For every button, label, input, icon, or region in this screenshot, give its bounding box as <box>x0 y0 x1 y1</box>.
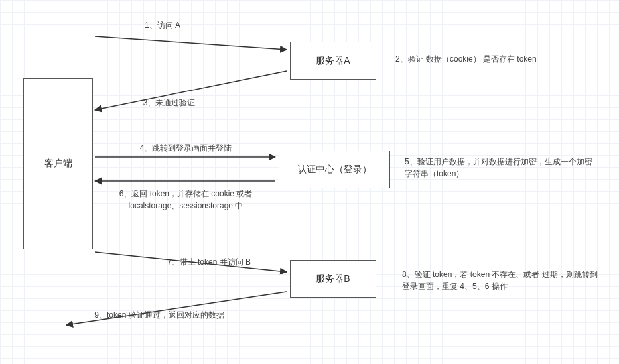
client-box: 客户端 <box>23 78 93 249</box>
label-3: 3、未通过验证 <box>119 97 219 109</box>
client-label: 客户端 <box>44 158 72 170</box>
label-8: 8、验证 token，若 token 不存在、或者 过期，则跳转到 登录画面，重… <box>402 269 601 292</box>
label-2: 2、验证 数据（cookie） 是否存在 token <box>395 53 581 65</box>
auth-center-box: 认证中心（登录） <box>279 151 390 188</box>
server-b-box: 服务器B <box>290 260 376 298</box>
auth-center-label: 认证中心（登录） <box>297 164 372 176</box>
server-b-label: 服务器B <box>316 273 350 285</box>
server-a-label: 服务器A <box>316 55 350 67</box>
label-9: 9、token 验证通过，返回对应的数据 <box>86 309 232 321</box>
label-7: 7、带上 token 并访问 B <box>143 256 275 268</box>
server-a-box: 服务器A <box>290 42 376 80</box>
label-6: 6、返回 token，并存储在 cookie 或者 localstorage、s… <box>113 188 259 212</box>
label-5: 5、验证用户数据，并对数据进行加密，生成一个加密字符串（token） <box>405 156 597 180</box>
label-4: 4、跳转到登录画面并登陆 <box>113 142 259 154</box>
arrow-1 <box>95 36 287 50</box>
label-1: 1、访问 A <box>113 19 212 31</box>
